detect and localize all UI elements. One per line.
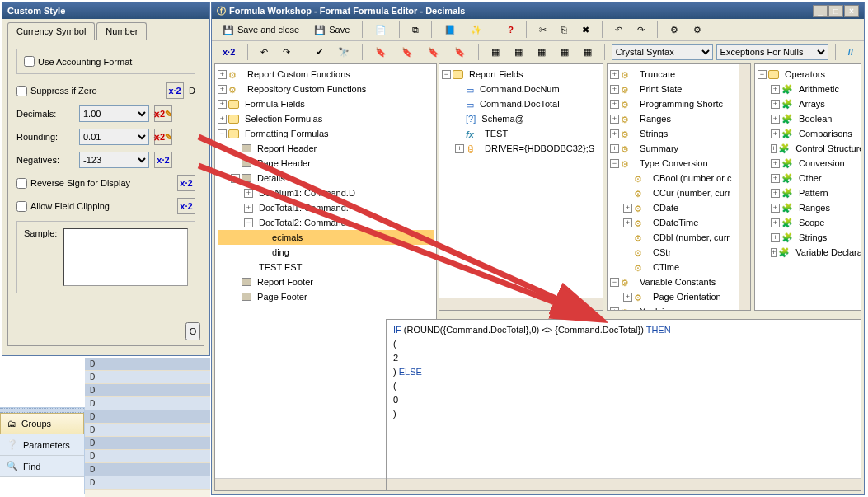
x2-clipping-button[interactable]: x·2 <box>177 198 195 214</box>
redo2-button[interactable]: ↷ <box>277 45 296 60</box>
tree-item[interactable]: ⚙ CDbl (number, curr <box>610 230 748 245</box>
tree-item[interactable]: +🧩 Comparisons <box>758 126 858 141</box>
tree-item[interactable]: +🧩 Other <box>758 171 858 185</box>
syntax-select[interactable]: Crystal Syntax <box>612 44 713 60</box>
vscroll[interactable] <box>739 64 750 310</box>
gear1-button[interactable]: ⚙ <box>664 22 684 38</box>
tree-item[interactable]: − Formatting Formulas <box>218 126 434 141</box>
groups-button[interactable]: 🗂Groups <box>0 413 84 434</box>
tree-item[interactable]: Report Footer <box>218 274 434 289</box>
tree-item[interactable]: +⚙ Ranges <box>610 111 748 126</box>
redo-button[interactable]: ↷ <box>631 22 650 38</box>
fields-tree[interactable]: − Report Fields ▭ Command.DocNum▭ Comman… <box>439 64 603 158</box>
win1-button[interactable]: ▦ <box>486 45 505 60</box>
copy-button[interactable]: ⎘ <box>556 22 573 37</box>
tree-item[interactable]: − DocTotal2: Command. <box>218 215 434 230</box>
minimize-button[interactable]: _ <box>813 5 828 17</box>
nulls-select[interactable]: Exceptions For Nulls <box>716 44 828 60</box>
tree-item[interactable]: ecimals <box>218 230 434 245</box>
left-tree[interactable]: +⚙ Report Custom Functions+⚙ Repository … <box>215 64 436 307</box>
tree-item[interactable]: ⚙ CTime <box>610 260 748 274</box>
tree-item[interactable]: +⚙ CDate <box>610 200 748 215</box>
ok-button[interactable]: O <box>185 322 200 340</box>
tree-item[interactable]: + DocNum1: Command.D <box>218 185 434 200</box>
ops-tree[interactable]: − Operators +🧩 Arithmetic+🧩 Arrays+🧩 Boo… <box>755 64 861 262</box>
tree-item[interactable]: +🧩 Conversion <box>758 156 858 171</box>
tree-item[interactable]: +⚙ Summary <box>610 141 748 156</box>
check-button[interactable]: ✔ <box>310 45 329 60</box>
tab-currency-symbol[interactable]: Currency Symbol <box>7 22 95 40</box>
tree-item[interactable]: ⚙ CBool (number or c <box>610 171 748 185</box>
cut-button[interactable]: ✂ <box>533 22 552 38</box>
comment-button[interactable]: // <box>842 45 859 59</box>
tree-item[interactable]: +🧩 Scope <box>758 215 858 230</box>
tree-item[interactable]: +⚙ Report Custom Functions <box>218 67 434 82</box>
tree-item[interactable]: +⚙ CDateTime <box>610 215 748 230</box>
tree-item[interactable]: +⚙ Print State <box>610 82 748 96</box>
wand-button[interactable]: ✨ <box>465 22 488 38</box>
decimals-select[interactable]: 1.00 <box>79 105 149 122</box>
tree-item[interactable]: +🛢 DRIVER={HDBODBC32};S <box>442 141 600 156</box>
tree-item[interactable]: Page Header <box>218 156 434 171</box>
delete-button[interactable]: ✖ <box>576 22 595 38</box>
tree-item[interactable]: −⚙ Variable Constants <box>610 274 748 289</box>
tree-item[interactable]: ▭ Command.DocTotal <box>442 96 600 111</box>
x2-negatives-button[interactable]: x·2 <box>154 152 172 168</box>
save-and-close-button[interactable]: 💾Save and close <box>217 22 305 38</box>
tree-item[interactable]: [?] Schema@ <box>442 111 600 126</box>
tab-number[interactable]: Number <box>96 22 147 40</box>
tree-item[interactable]: fx TEST <box>442 126 600 141</box>
tree-item[interactable]: +🧩 Control Structures <box>758 141 858 156</box>
book-button[interactable]: 📘 <box>439 22 462 38</box>
tree-item[interactable]: +🧩 Boolean <box>758 111 858 126</box>
x2-reverse-button[interactable]: x·2 <box>177 175 195 191</box>
win3-button[interactable]: ▦ <box>532 45 551 60</box>
tree-item[interactable]: ding <box>218 245 434 260</box>
win2-button[interactable]: ▦ <box>509 45 528 60</box>
tree-item[interactable]: ⚙ CCur (number, curr <box>610 185 748 200</box>
help-button[interactable]: ? <box>502 22 519 37</box>
x2-rounding-button[interactable]: x̶2 ✎ <box>154 129 172 145</box>
tree-item[interactable]: ⚙ CStr <box>610 245 748 260</box>
funcs-tree[interactable]: +⚙ Truncate+⚙ Print State+⚙ Programming … <box>608 64 750 311</box>
hscroll[interactable] <box>387 478 861 490</box>
bm2-button[interactable]: 🔖 <box>396 45 419 60</box>
tree-item[interactable]: +⚙ Repository Custom Functions <box>218 82 434 96</box>
tree-item[interactable]: Report Header <box>218 141 434 156</box>
tree-item[interactable]: +🧩 Strings <box>758 230 858 245</box>
tree-item[interactable]: +⚙ Programming Shortc <box>610 96 748 111</box>
close-button[interactable]: × <box>844 5 859 17</box>
x2-suppress-button[interactable]: x·2 <box>166 82 184 99</box>
tree-item[interactable]: +🧩 Arrays <box>758 96 858 111</box>
tree-item[interactable]: TEST EST <box>218 260 434 274</box>
win4-button[interactable]: ▦ <box>555 45 575 60</box>
win5-button[interactable]: ▦ <box>578 45 598 60</box>
tree-item[interactable]: +⚙ Truncate <box>610 67 748 82</box>
bm1-button[interactable]: 🔖 <box>369 45 392 60</box>
tree-item[interactable]: +⚙ Strings <box>610 126 748 141</box>
x2-decimals-button[interactable]: x̶2 ✎ <box>154 105 172 122</box>
allow-clipping-checkbox[interactable]: Allow Field Clipping <box>16 201 110 212</box>
tree-item[interactable]: +🧩 Ranges <box>758 200 858 215</box>
binoculars-icon[interactable]: 🔭 <box>332 45 355 60</box>
reverse-sign-checkbox[interactable]: Reverse Sign for Display <box>16 178 130 189</box>
suppress-zero-checkbox[interactable]: Suppress if Zero <box>16 86 97 96</box>
tree-item[interactable]: +🧩 Arithmetic <box>758 82 858 96</box>
use-accounting-checkbox[interactable]: Use Accounting Format <box>24 56 188 67</box>
formula-editor[interactable]: IF (ROUND({Command.DocTotal},0) <> {Comm… <box>386 319 861 491</box>
tree-item[interactable]: +⚙ Page Orientation <box>610 289 748 304</box>
rounding-select[interactable]: 0.01 <box>79 129 149 145</box>
negatives-select[interactable]: -123 <box>79 152 149 168</box>
new-button[interactable]: 📄 <box>369 22 392 38</box>
find-button[interactable]: 🔍Find <box>0 456 84 477</box>
tree-item[interactable]: Page Footer <box>218 289 434 304</box>
gear2-button[interactable]: ⚙ <box>687 22 707 38</box>
tree-item[interactable]: +🧩 Variable Declarations <box>758 245 858 260</box>
tree-item[interactable]: +🧩 Pattern <box>758 185 858 200</box>
save-button[interactable]: 💾Save <box>308 22 355 38</box>
bm4-button[interactable]: 🔖 <box>448 45 472 60</box>
bm3-button[interactable]: 🔖 <box>422 45 445 60</box>
tree-item[interactable]: +⚙ Xcelsius <box>610 304 748 311</box>
maximize-button[interactable]: □ <box>828 5 843 17</box>
tree-item[interactable]: − Details <box>218 171 434 185</box>
